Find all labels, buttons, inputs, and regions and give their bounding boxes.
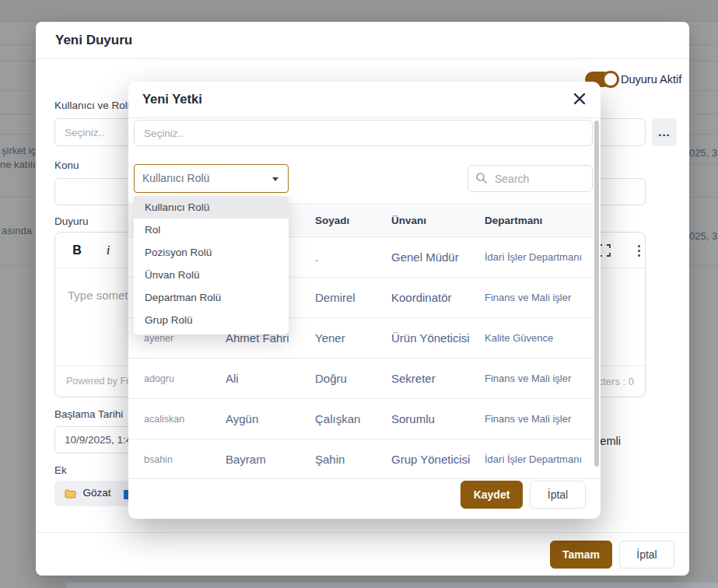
cell-title: Grup Yöneticisi xyxy=(391,453,485,466)
search-icon xyxy=(475,172,488,187)
cell-firstname: Ali xyxy=(226,372,315,385)
cell-department: Finans ve Mali işler xyxy=(485,413,593,425)
announcement-modal-header: Yeni Duyuru xyxy=(36,22,689,59)
attachment-label: Ek xyxy=(54,464,67,476)
cell-username: adogru xyxy=(144,373,226,384)
bg-text-fragment: 025, 3 xyxy=(689,230,717,242)
announcement-modal-title: Yeni Duyuru xyxy=(55,33,132,48)
bg-text-fragment: 025, 3 xyxy=(689,147,717,159)
dropdown-option[interactable]: Pozisyon Rolü xyxy=(134,241,289,264)
role-type-select[interactable]: Kullanıcı Rolü xyxy=(134,164,289,193)
browse-button[interactable]: Gözat xyxy=(54,481,121,506)
cell-firstname: Aygün xyxy=(226,412,315,425)
authority-modal-title: Yeni Yetki xyxy=(142,92,202,107)
footer-divider xyxy=(36,532,689,533)
close-icon[interactable] xyxy=(573,92,590,109)
role-type-select-value: Kullanıcı Rolü xyxy=(142,172,209,184)
dropdown-option[interactable]: Kullanıcı Rolü xyxy=(134,196,289,219)
cell-title: Sekreter xyxy=(391,372,485,385)
cell-username: bsahin xyxy=(144,454,226,465)
cell-department: Finans ve Mali işler xyxy=(485,373,593,384)
page-horizontal-scrollbar[interactable] xyxy=(66,583,718,588)
cell-title: Sorumlu xyxy=(391,412,485,425)
cell-lastname: Demirel xyxy=(315,291,391,304)
dropdown-option[interactable]: Rol xyxy=(134,219,289,241)
more-options-kebab-icon[interactable] xyxy=(628,240,650,261)
authority-modal: Yeni Yetki Kullanıcı Rolü Soyadı Ünvanı … xyxy=(128,82,601,519)
table-row[interactable]: adogru Ali Doğru Sekreter Finans ve Mali… xyxy=(128,359,593,399)
table-row[interactable]: bsahin Bayram Şahin Grup Yöneticisi İdar… xyxy=(128,439,593,477)
table-row[interactable]: acaliskan Aygün Çalışkan Sorumlu Finans … xyxy=(128,399,593,439)
role-type-dropdown-menu: Kullanıcı Rolü Rol Pozisyon Rolü Ünvan R… xyxy=(134,194,289,334)
cell-department: Kalite Güvence xyxy=(485,332,593,344)
background-toolbar-strip xyxy=(0,0,718,22)
subject-label: Konu xyxy=(54,159,79,171)
announcement-active-toggle-label: Duyuru Aktif xyxy=(621,73,681,86)
cell-department: İdari İşler Departmanı xyxy=(485,251,593,263)
announcement-cancel-button[interactable]: İptal xyxy=(619,541,674,569)
cell-lastname: . xyxy=(315,250,391,264)
cell-username: acaliskan xyxy=(144,414,226,425)
users-roles-more-button[interactable]: ... xyxy=(652,118,677,146)
bg-text-fragment: ne katılı xyxy=(0,159,36,170)
browse-button-label: Gözat xyxy=(82,487,110,499)
cell-department: İdari İşler Departmanı xyxy=(485,453,593,465)
cell-department: Finans ve Mali işler xyxy=(485,292,593,303)
dropdown-option[interactable]: Departman Rolü xyxy=(134,286,289,309)
bg-text-fragment: şirket iç xyxy=(2,145,36,156)
bold-icon[interactable]: B xyxy=(66,240,88,261)
start-date-label: Başlama Tarihi xyxy=(54,408,123,420)
ok-button[interactable]: Tamam xyxy=(550,541,612,569)
body-label: Duyuru xyxy=(54,215,89,227)
cell-lastname: Şahin xyxy=(315,453,391,466)
cell-lastname: Yener xyxy=(315,331,391,345)
users-roles-label: Kullanıcı ve Roller xyxy=(54,100,139,111)
col-header-lastname: Soyadı xyxy=(315,215,391,226)
toggle-knob xyxy=(602,71,619,88)
cell-title: Ürün Yöneticisi xyxy=(391,331,485,345)
modal-scrollbar-thumb[interactable] xyxy=(594,121,599,467)
cell-firstname: Bayram xyxy=(226,453,315,466)
cell-title: Genel Müdür xyxy=(391,250,485,264)
cell-lastname: Çalışkan xyxy=(315,412,391,425)
folder-icon xyxy=(65,489,76,501)
authority-cancel-button[interactable]: İptal xyxy=(530,481,586,509)
footer-divider xyxy=(128,478,601,479)
bg-text-fragment: asında xyxy=(2,225,32,236)
dropdown-option[interactable]: Ünvan Rolü xyxy=(134,264,289,286)
cell-title: Koordinatör xyxy=(391,291,485,304)
chevron-down-icon xyxy=(272,177,278,181)
italic-icon[interactable]: i xyxy=(97,240,119,261)
col-header-department: Departmanı xyxy=(485,215,593,226)
authority-modal-header: Yeni Yetki xyxy=(128,82,601,118)
dropdown-option[interactable]: Grup Rolü xyxy=(134,309,289,331)
save-button[interactable]: Kaydet xyxy=(461,481,523,509)
cell-lastname: Doğru xyxy=(315,372,391,385)
authority-select-input[interactable] xyxy=(134,120,593,146)
col-header-title: Ünvanı xyxy=(391,215,485,226)
